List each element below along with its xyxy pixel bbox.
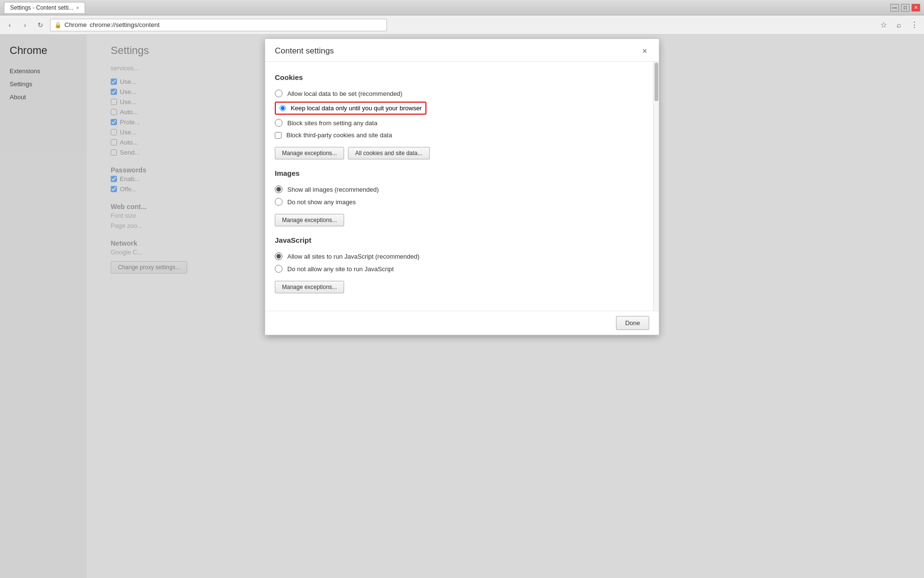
- images-no-images-label: Do not show any images: [287, 198, 356, 206]
- cookies-block-sites-label: Block sites from setting any data: [287, 119, 377, 127]
- cookies-block-sites-option[interactable]: Block sites from setting any data: [275, 117, 649, 129]
- address-prefix: Chrome: [64, 21, 87, 28]
- address-bar[interactable]: 🔒 Chrome chrome://settings/content: [50, 19, 387, 31]
- toolbar-right: ☆ ⌕ ⋮: [878, 19, 920, 31]
- modal-close-button[interactable]: ×: [640, 46, 649, 56]
- content-settings-modal: Content settings × Cookies Allow local d…: [265, 39, 659, 335]
- cookies-block-third-party-option[interactable]: Block third-party cookies and site data: [275, 129, 649, 141]
- cookies-all-data-button[interactable]: All cookies and site data...: [348, 147, 429, 159]
- cookies-buttons: Manage exceptions... All cookies and sit…: [275, 147, 649, 159]
- cookies-manage-exceptions-button[interactable]: Manage exceptions...: [275, 147, 344, 159]
- forward-button[interactable]: ›: [19, 19, 31, 31]
- titlebar-left: Settings - Content setti... ×: [4, 2, 85, 13]
- images-manage-exceptions-button[interactable]: Manage exceptions...: [275, 214, 344, 226]
- cookies-keep-local-option[interactable]: Keep local data only until you quit your…: [275, 102, 426, 115]
- done-button[interactable]: Done: [616, 316, 649, 330]
- minimize-button[interactable]: —: [890, 4, 899, 12]
- javascript-manage-exceptions-button[interactable]: Manage exceptions...: [275, 281, 344, 293]
- cookies-section-header: Cookies: [275, 73, 649, 81]
- modal-scrollbar-thumb[interactable]: [654, 63, 658, 101]
- javascript-no-option[interactable]: Do not allow any site to run JavaScript: [275, 263, 649, 275]
- browser-toolbar: ‹ › ↻ 🔒 Chrome chrome://settings/content…: [0, 15, 924, 35]
- modal-scrollbar[interactable]: [653, 62, 659, 311]
- images-show-all-label: Show all images (recommended): [287, 186, 379, 193]
- javascript-allow-label: Allow all sites to run JavaScript (recom…: [287, 253, 420, 260]
- modal-title: Content settings: [275, 46, 334, 56]
- maximize-button[interactable]: □: [901, 4, 910, 12]
- cookies-keep-local-label: Keep local data only until you quit your…: [291, 105, 422, 112]
- window-controls: — □ ✕: [890, 4, 920, 12]
- address-lock-icon: 🔒: [54, 22, 62, 28]
- active-tab[interactable]: Settings - Content setti... ×: [4, 2, 85, 13]
- modal-body: Cookies Allow local data to be set (reco…: [265, 62, 659, 311]
- tab-close-icon[interactable]: ×: [76, 5, 79, 11]
- bookmark-icon[interactable]: ☆: [878, 19, 889, 31]
- images-no-images-option[interactable]: Do not show any images: [275, 196, 649, 208]
- images-section-header: Images: [275, 169, 649, 177]
- titlebar: Settings - Content setti... × — □ ✕: [0, 0, 924, 15]
- cookies-allow-local-label: Allow local data to be set (recommended): [287, 90, 402, 97]
- cookies-keep-local-wrapper: Keep local data only until you quit your…: [275, 100, 649, 117]
- javascript-section-header: JavaScript: [275, 236, 649, 244]
- images-show-all-option[interactable]: Show all images (recommended): [275, 183, 649, 196]
- address-url: chrome://settings/content: [90, 21, 159, 28]
- modal-header: Content settings ×: [265, 39, 659, 62]
- cookies-block-third-party-label: Block third-party cookies and site data: [286, 131, 392, 139]
- menu-icon[interactable]: ⋮: [909, 19, 920, 31]
- javascript-no-label: Do not allow any site to run JavaScript: [287, 265, 394, 273]
- javascript-allow-option[interactable]: Allow all sites to run JavaScript (recom…: [275, 250, 649, 263]
- modal-footer: Done: [265, 311, 659, 335]
- cookies-allow-local-option[interactable]: Allow local data to be set (recommended): [275, 87, 649, 100]
- back-button[interactable]: ‹: [4, 19, 15, 31]
- close-button[interactable]: ✕: [911, 4, 920, 12]
- refresh-button[interactable]: ↻: [35, 19, 46, 31]
- tab-title: Settings - Content setti...: [10, 4, 73, 11]
- javascript-buttons: Manage exceptions...: [275, 281, 649, 293]
- images-buttons: Manage exceptions...: [275, 214, 649, 226]
- search-icon[interactable]: ⌕: [893, 19, 905, 31]
